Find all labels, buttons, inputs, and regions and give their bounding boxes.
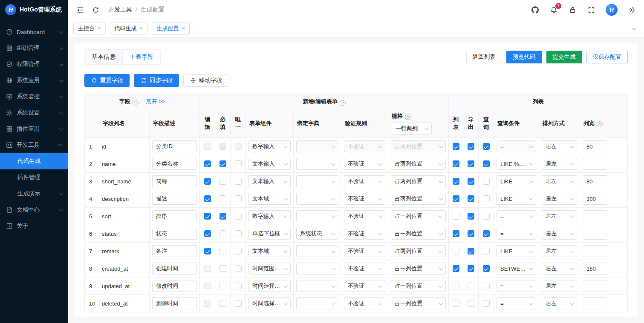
settings-gear-icon[interactable] [628,6,636,14]
query-condition-select[interactable]: = [497,210,536,222]
user-avatar[interactable]: H [606,4,618,16]
align-select[interactable]: 居左 [542,297,577,309]
grid-layout-select[interactable]: 一行两列 [392,123,432,134]
field-desc-input[interactable] [152,158,197,170]
action-button-0[interactable]: 返回列表 [466,51,502,63]
expand-fields-link[interactable]: 展开 >> [146,98,165,105]
field-desc-input[interactable] [152,263,197,274]
field-desc-input[interactable] [152,175,197,187]
tabbar-chevron-down-icon[interactable] [629,23,639,34]
fullscreen-icon[interactable] [587,6,595,14]
column-width-input[interactable] [583,280,607,292]
tab-close-icon[interactable]: × [182,26,185,31]
query-condition-select[interactable]: = [497,228,536,240]
form-component-select[interactable]: 时间选择(Y-... [248,280,291,292]
query-checkbox[interactable] [483,265,490,272]
query-checkbox[interactable] [483,230,490,237]
form-component-select[interactable]: 数字输入 [248,210,291,222]
column-width-input[interactable] [583,228,607,240]
sidebar-item-12[interactable]: 关于 [0,218,68,234]
query-checkbox[interactable] [483,195,490,202]
github-icon[interactable] [531,6,539,14]
field-desc-input[interactable] [152,210,197,222]
required-checkbox[interactable] [219,265,226,272]
query-checkbox[interactable] [483,300,490,307]
query-condition-select[interactable]: LIKE [497,175,536,187]
sidebar-item-4[interactable]: 系统监控 [0,89,68,105]
form-component-select[interactable]: 文本输入 [248,158,291,170]
tab-chip-0[interactable]: 主控台× [73,23,106,34]
edit-checkbox[interactable] [204,160,211,167]
validate-rule-select[interactable]: 不验证 [344,297,385,309]
sidebar-item-3[interactable]: 系统应用 [0,72,68,89]
unique-checkbox[interactable] [235,300,242,307]
bind-dict-select[interactable] [296,280,338,292]
unique-checkbox[interactable] [235,283,242,289]
notifications-bell-icon[interactable]: 1 [549,6,558,14]
required-checkbox[interactable] [219,248,226,254]
bind-dict-select[interactable] [296,245,338,257]
list-checkbox[interactable] [453,160,459,167]
validate-rule-select[interactable]: 不验证 [344,210,385,222]
action-button-1[interactable]: 预览代码 [506,51,542,63]
action-button-2[interactable]: 提交生成 [546,51,582,63]
unique-checkbox[interactable] [235,160,242,167]
align-select[interactable]: 居左 [542,158,577,170]
toolbar-button-1[interactable]: 同步字段 [134,74,179,87]
column-width-input[interactable] [583,210,607,222]
tab-chip-2[interactable]: 生成配置× [152,23,190,34]
validate-rule-select[interactable]: 不验证 [344,193,385,205]
toolbar-button-2[interactable]: 移动字段 [183,74,228,87]
unique-checkbox[interactable] [235,195,242,202]
align-select[interactable]: 居左 [542,175,577,187]
validate-rule-select[interactable]: 不验证 [344,175,385,187]
list-checkbox[interactable] [453,265,459,272]
validate-rule-select[interactable]: 不验证 [344,280,385,292]
sidebar-item-5[interactable]: 系统设置 [0,105,68,121]
edit-checkbox[interactable] [204,248,211,254]
align-select[interactable]: 居左 [542,140,577,152]
export-checkbox[interactable] [468,265,474,272]
sidebar-item-11[interactable]: 文档中心 [0,202,68,218]
export-checkbox[interactable] [468,300,474,307]
field-desc-input[interactable] [152,280,197,292]
tab-close-icon[interactable]: × [140,26,143,31]
sidebar-item-9[interactable]: 插件管理 [0,169,68,186]
tab-close-icon[interactable]: × [98,26,101,31]
align-select[interactable]: 居左 [542,228,577,240]
help-icon[interactable]: ? [597,121,603,127]
sidebar-item-1[interactable]: 组织管理 [0,40,68,56]
sidebar-item-2[interactable]: 权限管理 [0,56,68,72]
collapse-menu-icon[interactable] [76,6,84,14]
query-condition-select[interactable]: = [497,297,536,309]
list-checkbox[interactable] [453,283,459,289]
unique-checkbox[interactable] [235,265,242,272]
help-icon[interactable]: ? [133,100,139,106]
grid-span-select[interactable]: 占一列位置 [391,280,446,292]
required-checkbox[interactable] [219,300,226,307]
app-logo[interactable]: H HotGo管理系统 [0,0,68,20]
form-component-select[interactable]: 单选下拉框 [248,228,291,240]
grid-span-select[interactable]: 占两列位置 [391,158,446,170]
field-desc-input[interactable] [152,193,197,205]
field-desc-input[interactable] [152,140,197,152]
list-checkbox[interactable] [453,248,459,254]
card-tab-0[interactable]: 基本信息 [84,49,122,65]
form-component-select[interactable]: 数字输入 [248,140,291,152]
query-condition-select[interactable]: LIKE %...% [497,158,536,170]
export-checkbox[interactable] [468,283,474,289]
column-width-input[interactable] [583,193,607,205]
unique-checkbox[interactable] [235,248,242,254]
bind-dict-select[interactable] [296,297,338,309]
form-component-select[interactable]: 文本输入 [248,175,291,187]
grid-span-select[interactable]: 占两列位置 [391,245,446,257]
column-width-input[interactable] [583,175,607,187]
export-checkbox[interactable] [468,248,474,254]
validate-rule-select[interactable]: 不验证 [344,158,385,170]
validate-rule-select[interactable]: 不验证 [344,228,385,240]
grid-span-select[interactable]: 占两列位置 [391,175,446,187]
unique-checkbox[interactable] [235,230,242,237]
column-width-input[interactable] [583,158,607,170]
align-select[interactable]: 居左 [542,210,577,222]
field-desc-input[interactable] [152,228,197,240]
